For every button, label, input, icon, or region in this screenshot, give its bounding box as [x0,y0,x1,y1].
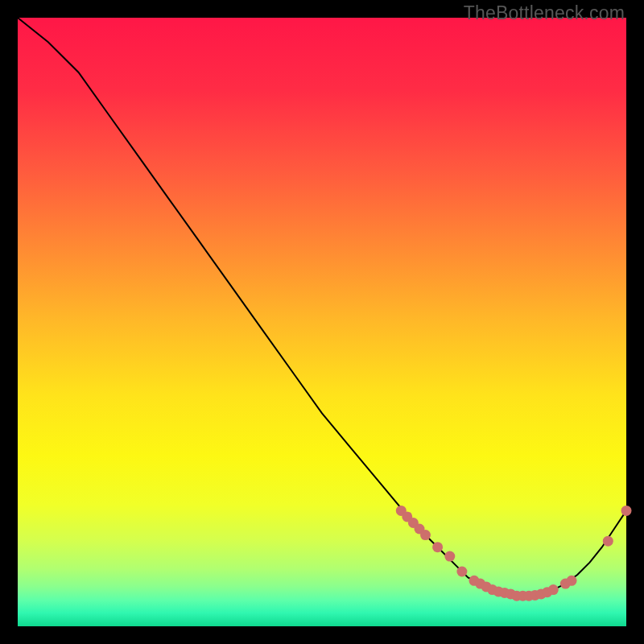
marker-point [420,530,431,540]
chart-container: TheBottleneck.com [0,0,644,644]
marker-point [432,542,443,552]
bottleneck-curve [18,18,626,596]
marker-point [456,567,467,577]
marker-point [603,536,613,547]
marker-point [548,584,559,595]
marker-point [567,576,577,586]
marker-point [621,506,632,516]
chart-svg [18,18,626,626]
marker-point [444,551,455,562]
